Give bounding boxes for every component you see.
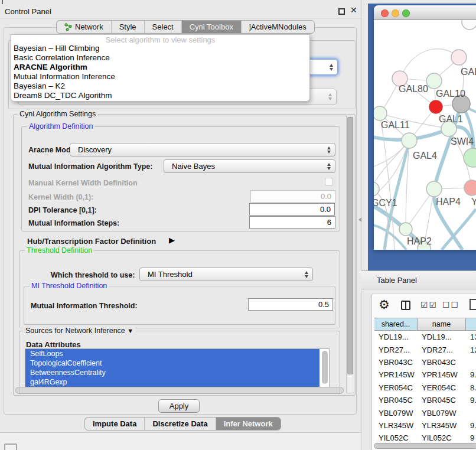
column-header-shared-name[interactable]: shared...	[374, 318, 418, 330]
network-node[interactable]	[462, 20, 476, 30]
tab-jactivemnodules[interactable]: jActiveMNodules	[241, 21, 314, 33]
network-window-titlebar[interactable]	[374, 5, 476, 20]
cell[interactable]: YBL079W	[418, 409, 466, 418]
network-node[interactable]	[399, 223, 412, 236]
tab-cyni-toolbox[interactable]: Cyni Toolbox	[181, 21, 241, 33]
cell[interactable]: YIL052C	[418, 433, 466, 442]
list-item-betweenness[interactable]: BetweennessCentrality	[25, 368, 319, 377]
dropdown-item-bayesian-k2[interactable]: Bayesian – K2	[11, 81, 309, 91]
list-scrollbar-thumb[interactable]	[322, 351, 328, 384]
cell[interactable]: YBR045C	[418, 396, 466, 405]
select-all-checkboxes-icon[interactable]: ☑☑	[420, 300, 438, 309]
network-node[interactable]	[451, 50, 467, 65]
cell[interactable]: YLR345W	[374, 421, 418, 430]
cell[interactable]: YPR145W	[418, 370, 466, 379]
network-node[interactable]	[426, 73, 442, 89]
which-threshold-combobox[interactable]: MI Threshold	[139, 268, 313, 281]
scrollbar-thumb[interactable]	[347, 117, 353, 374]
cell[interactable]: YBR045C	[374, 396, 418, 405]
cell[interactable]: YDL19...	[374, 332, 418, 341]
mi-steps-field[interactable]: 6	[249, 216, 335, 229]
cell[interactable]: 9.	[466, 370, 476, 379]
manual-kernel-checkbox[interactable]	[325, 178, 333, 186]
dropdown-item-dream8[interactable]: Dream8 DC_TDC Algorithm	[11, 91, 309, 100]
collapse-down-icon[interactable]: ▼	[127, 327, 133, 334]
cell[interactable]: YDR27...	[418, 345, 466, 354]
deselect-all-checkboxes-icon[interactable]: ☐☐	[442, 300, 459, 309]
cell[interactable]: YBL079W	[374, 409, 418, 418]
cell[interactable]: 9.	[466, 421, 476, 430]
dropdown-item-basic-correlation[interactable]: Basic Correlation Inference	[11, 53, 309, 63]
tab-impute-data[interactable]: Impute Data	[85, 418, 144, 430]
settings-vertical-scrollbar[interactable]	[346, 116, 354, 393]
tab-style[interactable]: Style	[111, 21, 144, 33]
table-row[interactable]: YPR145W YPR145W 9.	[374, 369, 476, 381]
cell[interactable]: YDL19...	[418, 332, 466, 341]
apply-button[interactable]: Apply	[158, 399, 200, 413]
cell[interactable]: YER054C	[418, 383, 466, 392]
cell[interactable]: YER054C	[374, 383, 418, 392]
float-window-icon[interactable]	[338, 8, 345, 15]
cell[interactable]: YBR043C	[418, 358, 466, 367]
zoom-traffic-light-icon[interactable]	[402, 9, 410, 17]
corner-artifact	[2, 0, 3, 4]
table-row[interactable]: YBR043C YBR043C	[374, 356, 476, 369]
kernel-width-field[interactable]: 0.0	[250, 190, 335, 203]
network-node[interactable]	[464, 180, 476, 195]
minimize-traffic-light-icon[interactable]	[392, 9, 399, 17]
combo-arrows-icon	[330, 64, 333, 71]
table-row[interactable]: YDR27... YDR27... 12	[374, 343, 476, 356]
cell[interactable]: YBR043C	[374, 358, 418, 367]
table-row[interactable]: YBL079W YBL079W	[374, 406, 476, 419]
column-selector-icon[interactable]	[401, 301, 410, 310]
list-item-gal4rgexp[interactable]: gal4RGexp	[25, 377, 319, 387]
tab-select[interactable]: Select	[144, 21, 181, 33]
close-icon[interactable]: ✕	[350, 5, 357, 15]
dpi-tolerance-field[interactable]: 0.0	[249, 203, 335, 216]
dropdown-item-aracne[interactable]: ARACNE Algorithm	[11, 63, 309, 72]
tab-infer-network[interactable]: Infer Network	[216, 418, 281, 430]
cell[interactable]: YLR345W	[418, 421, 466, 430]
mi-type-combobox[interactable]: Naive Bayes	[164, 159, 335, 173]
list-item-topological[interactable]: TopologicalCoefficient	[25, 358, 319, 368]
cell[interactable]: YDR27...	[374, 345, 418, 354]
cyni-settings-title: Cyni Algorithm Settings	[18, 110, 97, 118]
cell[interactable]: 13	[466, 332, 476, 341]
expand-right-icon[interactable]: ▶	[169, 236, 175, 244]
network-node[interactable]	[464, 148, 476, 167]
cell[interactable]: 9	[466, 433, 476, 442]
table-row[interactable]: YER054C YER054C 8.	[374, 381, 476, 394]
cell[interactable]: 12	[466, 345, 476, 354]
aracne-mode-combobox[interactable]: Discovery	[70, 143, 335, 156]
table-row[interactable]: YBR045C YBR045C 9.	[374, 394, 476, 406]
column-header-name[interactable]: name	[418, 318, 466, 330]
cell[interactable]: 9.	[466, 396, 476, 405]
network-view-window[interactable]: GAL GAL80 GAL10 GAL1 GAL11 SWI4 GAL4 GCY…	[374, 5, 476, 250]
dropdown-item-bayesian-hill-climbing[interactable]: Bayesian – Hill Climbing	[11, 44, 309, 53]
table-horizontal-scrollbar[interactable]	[374, 443, 476, 449]
tab-network[interactable]: Network	[57, 21, 111, 33]
data-attributes-list[interactable]: SelfLoops TopologicalCoefficient Between…	[25, 348, 330, 387]
network-canvas[interactable]: GAL GAL80 GAL10 GAL1 GAL11 SWI4 GAL4 GCY…	[374, 20, 476, 250]
cell[interactable]: 8.	[466, 383, 476, 392]
minimized-panel-icon[interactable]	[4, 444, 17, 450]
cell[interactable]: YPR145W	[374, 370, 418, 379]
network-node[interactable]	[402, 133, 417, 148]
close-traffic-light-icon[interactable]	[381, 9, 389, 17]
column-header-clipped[interactable]	[466, 318, 476, 330]
node-label: HAP4	[436, 197, 461, 207]
list-item-selfloops[interactable]: SelfLoops	[25, 349, 319, 358]
new-table-icon[interactable]	[470, 299, 476, 310]
table-row[interactable]: YLR345W YLR345W 9.	[374, 419, 476, 432]
combo-arrows-icon	[305, 271, 308, 278]
dropdown-item-mutual-information[interactable]: Mutual Information Inference	[11, 72, 309, 81]
network-node[interactable]	[374, 106, 387, 120]
mit-field[interactable]: 0.5	[248, 298, 333, 311]
table-row[interactable]: YIL052C YIL052C 9	[374, 432, 476, 442]
tab-discretize-data[interactable]: Discretize Data	[144, 418, 215, 430]
table-row[interactable]: YDL19... YDL19... 13	[374, 331, 476, 343]
gear-icon[interactable]: ⚙	[379, 298, 390, 312]
network-node[interactable]	[426, 181, 442, 197]
cell[interactable]: YIL052C	[374, 433, 418, 442]
network-node-selected[interactable]	[429, 100, 442, 113]
